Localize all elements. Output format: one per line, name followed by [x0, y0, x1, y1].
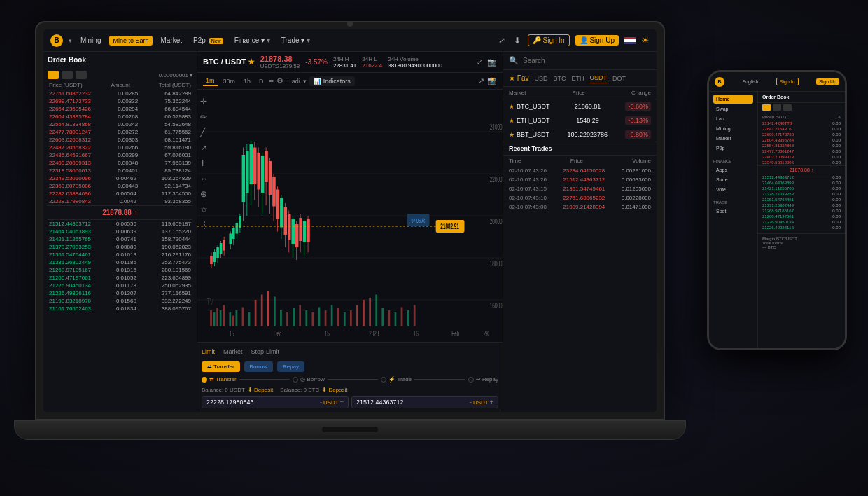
- tab-usd[interactable]: USD: [534, 74, 547, 83]
- transfer-button[interactable]: ⇄ Transfer: [202, 361, 240, 372]
- expand-icon[interactable]: ⤢: [477, 57, 483, 67]
- ob-sell-row[interactable]: 22751.608622320.0028564.842289: [48, 90, 192, 97]
- ob-buy-row[interactable]: 21260.471976610.01052223.664899: [48, 274, 192, 282]
- screenshot-icon[interactable]: 📸: [487, 76, 497, 85]
- measure-tool[interactable]: ↔: [200, 174, 209, 184]
- ob-decimal-selector[interactable]: 0.00000001 ▾: [159, 72, 192, 78]
- nav-item-market[interactable]: Market: [158, 35, 186, 46]
- phone-nav-market[interactable]: Market: [713, 134, 753, 143]
- ob-buy-row[interactable]: 21226.904501340.01178250.052935: [48, 282, 192, 289]
- plus-icon-2[interactable]: +: [490, 399, 493, 406]
- phone-ob-sell-row[interactable]: 22604.433957840.00: [758, 137, 845, 143]
- phone-ob-buy-row[interactable]: 21226.493261160.00: [758, 225, 845, 230]
- phone-nav-vote[interactable]: Vote: [713, 185, 753, 194]
- phone-signin-button[interactable]: Sign In: [776, 78, 799, 85]
- phone-nav-swap[interactable]: Swap: [713, 104, 753, 113]
- plus-icon[interactable]: +: [340, 399, 344, 406]
- phone-ob-sell-row[interactable]: 22349.530100960.00: [758, 160, 845, 165]
- market-row-bbt[interactable]: ★ BBT_USDT 100.22923786 -0.80%: [503, 128, 657, 142]
- btc-amount-input[interactable]: 21512.44363712 - USDT +: [351, 396, 498, 408]
- fullscreen-icon[interactable]: ⤢: [497, 34, 507, 47]
- timeframe-d[interactable]: D: [256, 76, 267, 86]
- deposit-btc-button[interactable]: ⬇ Deposit: [322, 387, 347, 393]
- phone-nav-p2p[interactable]: P2p: [713, 144, 753, 153]
- ob-sell-row[interactable]: 22435.645316670.0029967.076001: [48, 151, 192, 159]
- ob-sell-row[interactable]: 22604.433957840.0026860.579883: [48, 113, 192, 120]
- order-tab-stop-limit[interactable]: Stop-Limit: [251, 347, 280, 357]
- phone-nav-store[interactable]: Store: [713, 175, 753, 184]
- ob-sell-row[interactable]: 22477.780012470.0027261.775562: [48, 128, 192, 136]
- more-tools[interactable]: ⋮: [200, 220, 209, 230]
- ob-view-sell[interactable]: [62, 71, 73, 79]
- arrow-tool[interactable]: ↗: [200, 143, 209, 153]
- phone-ob-sell-row[interactable]: 22699.471737330.00: [758, 132, 845, 137]
- signup-button[interactable]: 👤 Sign Up: [575, 35, 619, 46]
- phone-ob-buy-row[interactable]: 21378.270332530.00: [758, 191, 845, 197]
- ob-buy-row[interactable]: 21421.112557650.00741158.730444: [48, 235, 192, 243]
- share-icon[interactable]: ↗: [478, 76, 484, 85]
- timeframe-1m[interactable]: 1m: [203, 76, 218, 86]
- text-tool[interactable]: T: [200, 158, 209, 168]
- ob-sell-row[interactable]: 22554.813348680.0024254.582648: [48, 120, 192, 128]
- theme-toggle[interactable]: ☀: [641, 35, 650, 46]
- nav-item-mining[interactable]: Mining: [78, 35, 104, 46]
- nav-item-finance[interactable]: Finance ▾: [232, 35, 273, 46]
- ob-buy-row[interactable]: 21351.547644610.01013216.291176: [48, 251, 192, 259]
- ob-buy-row[interactable]: 21190.832189700.01568332.272249: [48, 297, 192, 305]
- phone-ob-buy-row[interactable]: 21464.040638930.00: [758, 180, 845, 186]
- ob-sell-row[interactable]: 22403.200993130.0034877.963139: [48, 159, 192, 167]
- add-indicator-btn[interactable]: + adi: [286, 78, 300, 85]
- phone-ob-buy-row[interactable]: 21260.471976610.00: [758, 214, 845, 219]
- phone-ob-buy-row[interactable]: 21226.904501340.00: [758, 219, 845, 225]
- phone-ob-buy-row[interactable]: 21421.112557650.00: [758, 186, 845, 191]
- ob-buy-row[interactable]: 21331.263024490.01185252.775473: [48, 259, 192, 266]
- usdt-amount-input[interactable]: 22228.17980843 - USDT +: [202, 396, 349, 408]
- phone-view-btn-active[interactable]: [762, 104, 771, 111]
- ob-sell-row[interactable]: 22282.638840960.00504112.304500: [48, 190, 192, 198]
- zoom-tool[interactable]: ⊕: [200, 189, 209, 199]
- phone-ob-buy-row[interactable]: 21331.263024490.00: [758, 202, 845, 208]
- star-tool[interactable]: ☆: [200, 205, 209, 214]
- nav-item-p2p[interactable]: P2p New: [190, 35, 226, 46]
- phone-ob-sell-row[interactable]: 22841.27543..60.00: [758, 126, 845, 132]
- phone-nav-lab[interactable]: Lab: [713, 114, 753, 123]
- market-row-btc[interactable]: ★ BTC_USDT 21860.81 -3.60%: [503, 99, 657, 113]
- timeframe-1h[interactable]: 1h: [241, 76, 253, 86]
- ob-buy-row[interactable]: 21378.270332530.00889190.052823: [48, 243, 192, 251]
- ob-view-buy[interactable]: [76, 71, 87, 79]
- phone-ob-buy-row[interactable]: 21268.971851670.00: [758, 208, 845, 214]
- download-icon[interactable]: ⬇: [512, 34, 522, 47]
- deposit-usdt-button[interactable]: ⬇ Deposit: [248, 387, 273, 393]
- ob-sell-row[interactable]: 22318.580600130.0040189.738124: [48, 167, 192, 174]
- phone-ob-sell-row[interactable]: 23142.4248TT80.00: [758, 120, 845, 126]
- phone-ob-buy-row[interactable]: 21512.443637120.00: [758, 174, 845, 180]
- ob-sell-row[interactable]: 22369.807850860.0044392.114734: [48, 182, 192, 190]
- market-row-eth[interactable]: ★ ETH_USDT 1548.29 -5.13%: [503, 113, 657, 128]
- tab-dot[interactable]: DOT: [612, 74, 626, 83]
- phone-ob-sell-row[interactable]: 22477.780012470.00: [758, 149, 845, 154]
- phone-nav-apps[interactable]: Apps: [713, 165, 753, 174]
- ob-view-both[interactable]: [48, 71, 59, 79]
- tab-btc[interactable]: BTC: [553, 74, 566, 83]
- signin-button[interactable]: 🔑 Sign In: [528, 34, 570, 46]
- line-tool[interactable]: ╱: [200, 128, 209, 137]
- indicators-button[interactable]: 📊 Indicators: [309, 76, 355, 86]
- phone-view-btn-1[interactable]: [773, 104, 781, 111]
- crosshair-tool[interactable]: ✛: [200, 97, 209, 106]
- camera-icon[interactable]: 📷: [487, 57, 497, 67]
- ob-sell-row[interactable]: 22487.205583220.0026659.816180: [48, 144, 192, 151]
- phone-ob-buy-row[interactable]: 21351.547644610.00: [758, 197, 845, 202]
- tab-fav[interactable]: ★ Fav: [509, 74, 528, 82]
- order-tab-market[interactable]: Market: [223, 347, 243, 357]
- phone-view-btn-2[interactable]: [783, 104, 792, 111]
- phone-ob-sell-row[interactable]: 22554.813348680.00: [758, 143, 845, 149]
- ob-buy-row[interactable]: 21464.040638930.00639137.155220: [48, 228, 192, 235]
- tab-usdt[interactable]: USDT: [589, 73, 607, 83]
- phone-nav-mining[interactable]: Mining: [713, 124, 753, 133]
- timeframe-30m[interactable]: 30m: [220, 76, 239, 86]
- phone-nav-spot[interactable]: Spot: [713, 207, 753, 216]
- ob-buy-row[interactable]: 21268.971851670.01315280.191569: [48, 266, 192, 274]
- minus-icon-2[interactable]: -: [470, 399, 472, 406]
- chart-zoom[interactable]: ▾: [303, 78, 307, 85]
- nav-item-mine-to-earn[interactable]: Mine to Earn: [109, 36, 152, 46]
